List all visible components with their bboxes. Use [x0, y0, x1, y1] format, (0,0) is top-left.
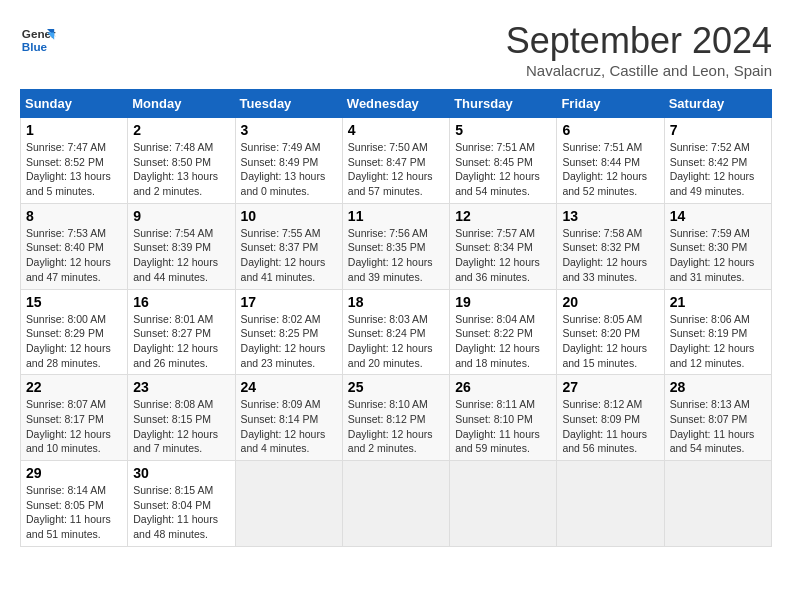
header-cell-tuesday: Tuesday [235, 90, 342, 118]
header-cell-friday: Friday [557, 90, 664, 118]
calendar-cell: 27 Sunrise: 8:12 AMSunset: 8:09 PMDaylig… [557, 375, 664, 461]
day-info: Sunrise: 7:50 AMSunset: 8:47 PMDaylight:… [348, 141, 433, 197]
day-info: Sunrise: 8:05 AMSunset: 8:20 PMDaylight:… [562, 313, 647, 369]
day-info: Sunrise: 8:10 AMSunset: 8:12 PMDaylight:… [348, 398, 433, 454]
day-number: 8 [26, 208, 122, 224]
title-block: September 2024 Navalacruz, Castille and … [506, 20, 772, 79]
day-info: Sunrise: 7:52 AMSunset: 8:42 PMDaylight:… [670, 141, 755, 197]
calendar-cell: 19 Sunrise: 8:04 AMSunset: 8:22 PMDaylig… [450, 289, 557, 375]
calendar-cell: 9 Sunrise: 7:54 AMSunset: 8:39 PMDayligh… [128, 203, 235, 289]
day-info: Sunrise: 8:03 AMSunset: 8:24 PMDaylight:… [348, 313, 433, 369]
calendar-week-5: 29 Sunrise: 8:14 AMSunset: 8:05 PMDaylig… [21, 461, 772, 547]
day-info: Sunrise: 7:48 AMSunset: 8:50 PMDaylight:… [133, 141, 218, 197]
header-cell-sunday: Sunday [21, 90, 128, 118]
logo-icon: General Blue [20, 20, 56, 56]
calendar-cell: 21 Sunrise: 8:06 AMSunset: 8:19 PMDaylig… [664, 289, 771, 375]
day-number: 12 [455, 208, 551, 224]
day-info: Sunrise: 7:53 AMSunset: 8:40 PMDaylight:… [26, 227, 111, 283]
day-info: Sunrise: 8:13 AMSunset: 8:07 PMDaylight:… [670, 398, 755, 454]
subtitle: Navalacruz, Castille and Leon, Spain [506, 62, 772, 79]
calendar-week-1: 1 Sunrise: 7:47 AMSunset: 8:52 PMDayligh… [21, 118, 772, 204]
calendar-cell: 28 Sunrise: 8:13 AMSunset: 8:07 PMDaylig… [664, 375, 771, 461]
day-number: 19 [455, 294, 551, 310]
day-info: Sunrise: 8:00 AMSunset: 8:29 PMDaylight:… [26, 313, 111, 369]
calendar-cell: 11 Sunrise: 7:56 AMSunset: 8:35 PMDaylig… [342, 203, 449, 289]
calendar-cell: 10 Sunrise: 7:55 AMSunset: 8:37 PMDaylig… [235, 203, 342, 289]
calendar-cell: 18 Sunrise: 8:03 AMSunset: 8:24 PMDaylig… [342, 289, 449, 375]
day-info: Sunrise: 8:02 AMSunset: 8:25 PMDaylight:… [241, 313, 326, 369]
calendar-cell: 7 Sunrise: 7:52 AMSunset: 8:42 PMDayligh… [664, 118, 771, 204]
calendar-cell: 14 Sunrise: 7:59 AMSunset: 8:30 PMDaylig… [664, 203, 771, 289]
day-info: Sunrise: 7:57 AMSunset: 8:34 PMDaylight:… [455, 227, 540, 283]
day-number: 11 [348, 208, 444, 224]
day-number: 9 [133, 208, 229, 224]
day-info: Sunrise: 8:11 AMSunset: 8:10 PMDaylight:… [455, 398, 540, 454]
day-info: Sunrise: 8:01 AMSunset: 8:27 PMDaylight:… [133, 313, 218, 369]
header: General Blue September 2024 Navalacruz, … [20, 20, 772, 79]
calendar-cell: 13 Sunrise: 7:58 AMSunset: 8:32 PMDaylig… [557, 203, 664, 289]
calendar-cell: 29 Sunrise: 8:14 AMSunset: 8:05 PMDaylig… [21, 461, 128, 547]
header-cell-saturday: Saturday [664, 90, 771, 118]
logo: General Blue [20, 20, 56, 56]
day-number: 15 [26, 294, 122, 310]
calendar-week-2: 8 Sunrise: 7:53 AMSunset: 8:40 PMDayligh… [21, 203, 772, 289]
day-number: 25 [348, 379, 444, 395]
header-cell-thursday: Thursday [450, 90, 557, 118]
day-info: Sunrise: 7:49 AMSunset: 8:49 PMDaylight:… [241, 141, 326, 197]
calendar-cell: 25 Sunrise: 8:10 AMSunset: 8:12 PMDaylig… [342, 375, 449, 461]
day-number: 16 [133, 294, 229, 310]
calendar-cell: 2 Sunrise: 7:48 AMSunset: 8:50 PMDayligh… [128, 118, 235, 204]
header-cell-monday: Monday [128, 90, 235, 118]
day-number: 27 [562, 379, 658, 395]
calendar-cell [557, 461, 664, 547]
day-info: Sunrise: 7:59 AMSunset: 8:30 PMDaylight:… [670, 227, 755, 283]
calendar-cell: 6 Sunrise: 7:51 AMSunset: 8:44 PMDayligh… [557, 118, 664, 204]
calendar-cell [235, 461, 342, 547]
day-number: 30 [133, 465, 229, 481]
calendar-cell: 3 Sunrise: 7:49 AMSunset: 8:49 PMDayligh… [235, 118, 342, 204]
day-info: Sunrise: 8:08 AMSunset: 8:15 PMDaylight:… [133, 398, 218, 454]
day-number: 6 [562, 122, 658, 138]
calendar-cell: 26 Sunrise: 8:11 AMSunset: 8:10 PMDaylig… [450, 375, 557, 461]
calendar-cell: 1 Sunrise: 7:47 AMSunset: 8:52 PMDayligh… [21, 118, 128, 204]
calendar-cell: 24 Sunrise: 8:09 AMSunset: 8:14 PMDaylig… [235, 375, 342, 461]
day-info: Sunrise: 8:14 AMSunset: 8:05 PMDaylight:… [26, 484, 111, 540]
day-number: 1 [26, 122, 122, 138]
day-number: 17 [241, 294, 337, 310]
svg-text:Blue: Blue [22, 40, 48, 53]
day-info: Sunrise: 7:55 AMSunset: 8:37 PMDaylight:… [241, 227, 326, 283]
calendar-cell: 22 Sunrise: 8:07 AMSunset: 8:17 PMDaylig… [21, 375, 128, 461]
day-info: Sunrise: 7:56 AMSunset: 8:35 PMDaylight:… [348, 227, 433, 283]
calendar-cell: 5 Sunrise: 7:51 AMSunset: 8:45 PMDayligh… [450, 118, 557, 204]
calendar-cell [450, 461, 557, 547]
month-title: September 2024 [506, 20, 772, 62]
header-row: SundayMondayTuesdayWednesdayThursdayFrid… [21, 90, 772, 118]
calendar-cell: 20 Sunrise: 8:05 AMSunset: 8:20 PMDaylig… [557, 289, 664, 375]
day-info: Sunrise: 8:06 AMSunset: 8:19 PMDaylight:… [670, 313, 755, 369]
day-number: 28 [670, 379, 766, 395]
day-number: 5 [455, 122, 551, 138]
calendar-cell [342, 461, 449, 547]
day-number: 26 [455, 379, 551, 395]
header-cell-wednesday: Wednesday [342, 90, 449, 118]
day-info: Sunrise: 7:58 AMSunset: 8:32 PMDaylight:… [562, 227, 647, 283]
calendar-cell: 8 Sunrise: 7:53 AMSunset: 8:40 PMDayligh… [21, 203, 128, 289]
day-number: 21 [670, 294, 766, 310]
day-info: Sunrise: 8:15 AMSunset: 8:04 PMDaylight:… [133, 484, 218, 540]
day-info: Sunrise: 8:04 AMSunset: 8:22 PMDaylight:… [455, 313, 540, 369]
day-number: 4 [348, 122, 444, 138]
day-info: Sunrise: 8:09 AMSunset: 8:14 PMDaylight:… [241, 398, 326, 454]
day-info: Sunrise: 7:51 AMSunset: 8:44 PMDaylight:… [562, 141, 647, 197]
calendar-cell: 16 Sunrise: 8:01 AMSunset: 8:27 PMDaylig… [128, 289, 235, 375]
day-number: 23 [133, 379, 229, 395]
calendar-cell: 30 Sunrise: 8:15 AMSunset: 8:04 PMDaylig… [128, 461, 235, 547]
calendar-week-4: 22 Sunrise: 8:07 AMSunset: 8:17 PMDaylig… [21, 375, 772, 461]
calendar-cell: 17 Sunrise: 8:02 AMSunset: 8:25 PMDaylig… [235, 289, 342, 375]
day-info: Sunrise: 7:51 AMSunset: 8:45 PMDaylight:… [455, 141, 540, 197]
calendar-cell: 4 Sunrise: 7:50 AMSunset: 8:47 PMDayligh… [342, 118, 449, 204]
day-info: Sunrise: 7:54 AMSunset: 8:39 PMDaylight:… [133, 227, 218, 283]
day-number: 24 [241, 379, 337, 395]
day-info: Sunrise: 8:07 AMSunset: 8:17 PMDaylight:… [26, 398, 111, 454]
day-number: 10 [241, 208, 337, 224]
day-number: 18 [348, 294, 444, 310]
